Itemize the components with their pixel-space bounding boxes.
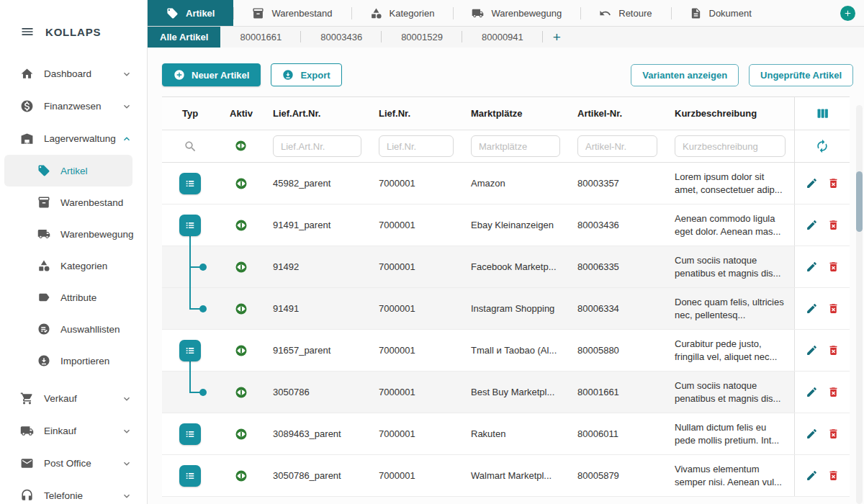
delete-icon[interactable] (827, 219, 840, 231)
col-header-aktiv: Aktiv (218, 97, 264, 130)
artikel-nr-cell: 80003357 (569, 163, 666, 204)
label-icon (37, 291, 50, 304)
menu-icon[interactable] (20, 24, 35, 39)
filter-artikel-nr-input[interactable] (577, 135, 657, 157)
tab-artikel[interactable]: Artikel (148, 0, 233, 26)
edit-icon[interactable] (806, 428, 818, 440)
subtab-alle-artikel[interactable]: Alle Artikel (148, 27, 220, 48)
filter-kurzbeschreibung-input[interactable] (675, 135, 786, 157)
subtab-80003436[interactable]: 80003436 (301, 27, 382, 48)
parent-article-icon[interactable] (179, 215, 201, 236)
sidebar-item-auswahllisten[interactable]: Auswahllisten (0, 313, 147, 345)
active-status-icon (235, 344, 248, 357)
new-article-button[interactable]: Neuer Artikel (162, 63, 261, 86)
table-row[interactable]: 91491 7000001 Instagram Shopping 8000633… (162, 288, 850, 330)
sidebar-item-label: Warenbewegung (60, 229, 134, 240)
table-row[interactable]: 45982_parent 7000001 Amazon 80003357 Lor… (162, 163, 850, 204)
edit-icon[interactable] (806, 219, 818, 231)
tab-label: Dokument (709, 8, 752, 19)
tag-icon (166, 7, 179, 19)
sidebar-item-verkauf[interactable]: Verkauf (0, 382, 147, 415)
edit-icon[interactable] (806, 261, 818, 273)
delete-icon[interactable] (827, 302, 840, 315)
sidebar-item-label: Einkauf (44, 426, 76, 436)
delete-icon[interactable] (827, 261, 840, 273)
parent-article-icon[interactable] (179, 465, 201, 487)
tab-label: Warenbewegung (491, 8, 562, 19)
table-row[interactable]: 3089463_parent 7000001 Rakuten 80006011 … (162, 413, 850, 455)
refresh-icon[interactable] (815, 139, 829, 153)
sidebar-item-artikel[interactable]: Artikel (4, 155, 132, 186)
export-button[interactable]: Export (271, 63, 341, 86)
sidebar-item-warenbewegung[interactable]: Warenbewegung (0, 218, 147, 250)
tab-dokument[interactable]: Dokument (671, 0, 770, 26)
scrollbar-thumb[interactable] (856, 171, 863, 232)
chevron-down-icon (121, 458, 132, 469)
col-header-typ: Typ (162, 97, 218, 130)
subtab-80001529[interactable]: 80001529 (382, 27, 462, 48)
marktplatz-cell: Walmart Marketpl... (462, 455, 569, 496)
filter-lief-art-nr-input[interactable] (273, 135, 361, 157)
plus-icon (843, 9, 852, 18)
filter-marktplaetze-input[interactable] (471, 135, 560, 157)
tab-warenbestand[interactable]: Warenbestand (233, 0, 351, 26)
lief-art-nr-cell: 91492 (264, 246, 370, 287)
edit-icon[interactable] (806, 302, 818, 315)
artikel-nr-cell: 80005880 (569, 330, 666, 371)
lief-nr-cell: 7000001 (370, 163, 462, 204)
add-tab-button[interactable] (840, 6, 855, 21)
plus-icon: + (553, 30, 561, 45)
tab-kategorien[interactable]: Kategorien (351, 0, 454, 26)
subtab-80001661[interactable]: 80001661 (220, 27, 301, 48)
sidebar-item-attribute[interactable]: Attribute (0, 282, 147, 313)
table-row[interactable]: 3050786_parent 7000001 Walmart Marketpl.… (162, 455, 850, 497)
edit-icon[interactable] (806, 344, 818, 356)
unchecked-articles-button[interactable]: Ungeprüfte Artikel (749, 64, 853, 86)
show-variants-button[interactable]: Varianten anzeigen (631, 64, 739, 86)
subtab-80000941[interactable]: 80000941 (462, 27, 543, 48)
tab-retoure[interactable]: Retoure (580, 0, 670, 26)
edit-icon[interactable] (806, 386, 818, 398)
sidebar-item-label: Warenbestand (60, 197, 123, 208)
delete-icon[interactable] (827, 177, 840, 189)
cart-icon (20, 392, 34, 405)
sidebar-item-kategorien[interactable]: Kategorien (0, 250, 147, 282)
lief-nr-cell: 7000001 (370, 204, 462, 246)
tab-label: Artikel (186, 8, 215, 19)
search-icon[interactable] (184, 140, 197, 153)
delete-icon[interactable] (827, 386, 840, 398)
sidebar-item-warenbestand[interactable]: Warenbestand (0, 186, 147, 218)
filter-lief-nr-input[interactable] (379, 135, 454, 157)
marktplatz-cell: Ebay Kleinanzeigen (462, 204, 569, 246)
tag-icon (37, 164, 50, 177)
subtab-label: Alle Artikel (160, 32, 208, 42)
sidebar-item-post-office[interactable]: Post Office (0, 447, 147, 480)
edit-icon[interactable] (806, 469, 818, 482)
col-header-lief-nr: Lief.Nr. (370, 97, 462, 130)
parent-article-icon[interactable] (179, 423, 201, 445)
sidebar-item-importieren[interactable]: Importieren (0, 345, 147, 377)
parent-article-icon[interactable] (179, 340, 201, 361)
table-row[interactable]: 91491_parent 7000001 Ebay Kleinanzeigen … (162, 204, 850, 246)
sidebar-item-einkauf[interactable]: Einkauf (0, 415, 147, 447)
sidebar-item-label: Artikel (60, 166, 88, 176)
table-row[interactable]: 91492 7000001 Facebook Marketp... 800063… (162, 246, 850, 288)
active-filter-icon[interactable] (235, 140, 248, 153)
button-label: Export (300, 70, 330, 81)
columns-icon[interactable] (815, 106, 830, 121)
table-row[interactable]: 91657_parent 7000001 Tmall и Taobao (Al.… (162, 330, 850, 372)
sidebar-item-finanzwesen[interactable]: Finanzwesen (0, 90, 147, 122)
sidebar-item-dashboard[interactable]: Dashboard (0, 58, 147, 90)
sidebar-item-lagerverwaltung[interactable]: Lagerverwaltung (0, 122, 147, 155)
delete-icon[interactable] (827, 469, 840, 482)
delete-icon[interactable] (827, 344, 840, 356)
add-article-tab-button[interactable]: + (543, 27, 571, 48)
table-row[interactable]: 3050786 7000001 Best Buy Marketpl... 800… (162, 372, 850, 413)
lief-nr-cell: 7000001 (370, 246, 462, 287)
subtab-label: 80003436 (320, 32, 362, 42)
edit-icon[interactable] (806, 177, 818, 189)
parent-article-icon[interactable] (179, 173, 201, 194)
tab-warenbewegung[interactable]: Warenbewegung (453, 0, 580, 26)
delete-icon[interactable] (827, 428, 840, 440)
sidebar-item-telefonie[interactable]: Telefonie (0, 480, 147, 504)
